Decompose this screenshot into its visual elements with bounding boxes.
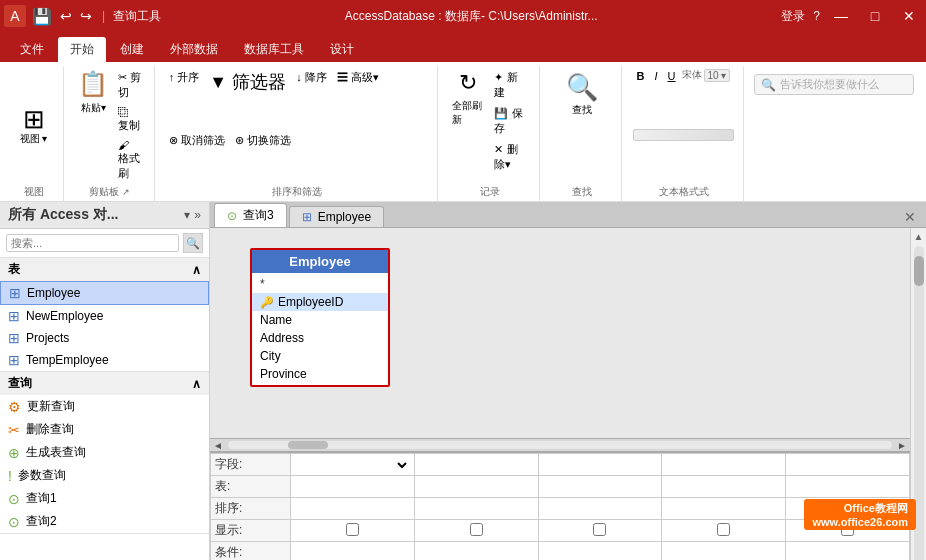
grid-cell-table-1[interactable] xyxy=(291,476,415,498)
close-btn[interactable]: ✕ xyxy=(896,6,922,26)
field-name[interactable]: Name xyxy=(252,311,388,329)
btn-format[interactable]: 🖌 格式刷 xyxy=(114,137,146,183)
nav-search-input[interactable] xyxy=(6,234,179,252)
tab-create[interactable]: 创建 xyxy=(108,37,156,62)
doc-tab-query3-label: 查询3 xyxy=(243,207,274,224)
undo-btn[interactable]: ↩ xyxy=(60,8,72,24)
doc-tab-query3[interactable]: ⊙ 查询3 xyxy=(214,203,287,227)
btn-advanced[interactable]: ☰ 高级▾ xyxy=(333,68,383,87)
grid-cell-field-1[interactable]: EmployeeID Name Address City xyxy=(291,454,415,476)
btn-view[interactable]: ⊞ 视图 ▾ xyxy=(14,102,54,150)
group-records-label: 记录 xyxy=(480,185,500,199)
nav-section-tables-header[interactable]: 表 ∧ xyxy=(0,258,209,281)
nav-item-query2[interactable]: ⊙ 查询2 xyxy=(0,510,209,533)
nav-item-delete-query[interactable]: ✂ 删除查询 xyxy=(0,418,209,441)
btn-desc[interactable]: ↓ 降序 xyxy=(292,68,331,87)
grid-cell-criteria-3[interactable] xyxy=(538,542,662,561)
grid-cell-field-3[interactable] xyxy=(538,454,662,476)
tab-external[interactable]: 外部数据 xyxy=(158,37,230,62)
grid-cell-criteria-2[interactable] xyxy=(414,542,538,561)
grid-cell-sort-1[interactable] xyxy=(291,498,415,520)
field-address[interactable]: Address xyxy=(252,329,388,347)
label-update-query: 更新查询 xyxy=(27,398,75,415)
btn-asc[interactable]: ↑ 升序 xyxy=(165,68,204,87)
grid-cell-criteria-4[interactable] xyxy=(662,542,786,561)
v-scroll-up[interactable]: ▲ xyxy=(911,228,927,244)
field-star[interactable]: * xyxy=(252,275,388,293)
btn-bold[interactable]: B xyxy=(633,68,649,84)
nav-section-queries-header[interactable]: 查询 ∧ xyxy=(0,372,209,395)
grid-cell-field-5[interactable] xyxy=(786,454,910,476)
nav-item-tempemployee[interactable]: ⊞ TempEmployee xyxy=(0,349,209,371)
nav-menu-btn[interactable]: ▾ xyxy=(184,208,190,222)
field-province[interactable]: Province xyxy=(252,365,388,383)
save-btn[interactable]: 💾 xyxy=(32,7,52,26)
h-scroll-thumb[interactable] xyxy=(288,441,328,449)
grid-cell-field-4[interactable] xyxy=(662,454,786,476)
redo-btn[interactable]: ↪ xyxy=(80,8,92,24)
grid-label-show: 显示: xyxy=(211,520,291,542)
field-city[interactable]: City xyxy=(252,347,388,365)
grid-cell-show-4[interactable] xyxy=(662,520,786,542)
nav-search-button[interactable]: 🔍 xyxy=(183,233,203,253)
btn-new[interactable]: ✦ 新建 xyxy=(490,68,531,102)
btn-delete[interactable]: ✕ 删除▾ xyxy=(490,140,531,174)
nav-item-newemployee[interactable]: ⊞ NewEmployee xyxy=(0,305,209,327)
btn-underline[interactable]: U xyxy=(664,68,680,84)
btn-save[interactable]: 💾 保存 xyxy=(490,104,531,138)
grid-cell-criteria-1[interactable] xyxy=(291,542,415,561)
grid-show-check-2[interactable] xyxy=(470,523,483,536)
tab-home[interactable]: 开始 xyxy=(58,37,106,62)
grid-cell-sort-4[interactable] xyxy=(662,498,786,520)
grid-cell-table-2[interactable] xyxy=(414,476,538,498)
grid-cell-sort-3[interactable] xyxy=(538,498,662,520)
grid-cell-field-2[interactable] xyxy=(414,454,538,476)
h-scroll-right[interactable]: ► xyxy=(894,438,910,452)
nav-item-projects[interactable]: ⊞ Projects xyxy=(0,327,209,349)
login-btn[interactable]: 登录 xyxy=(781,8,805,25)
grid-cell-table-5[interactable] xyxy=(786,476,910,498)
nav-item-employee[interactable]: ⊞ Employee xyxy=(0,281,209,305)
grid-cell-table-4[interactable] xyxy=(662,476,786,498)
grid-cell-show-1[interactable] xyxy=(291,520,415,542)
btn-cut[interactable]: ✂ 剪切 xyxy=(114,68,146,102)
nav-item-make-query[interactable]: ⊕ 生成表查询 xyxy=(0,441,209,464)
field-employeeid[interactable]: 🔑 EmployeeID xyxy=(252,293,388,311)
grid-cell-table-3[interactable] xyxy=(538,476,662,498)
nav-item-update-query[interactable]: ⚙ 更新查询 xyxy=(0,395,209,418)
nav-item-param-query[interactable]: ! 参数查询 xyxy=(0,464,209,487)
btn-toggle-filter[interactable]: ⊛ 切换筛选 xyxy=(231,131,295,150)
doc-tab-employee[interactable]: ⊞ Employee xyxy=(289,206,384,227)
grid-cell-criteria-5[interactable] xyxy=(786,542,910,561)
grid-cell-sort-2[interactable] xyxy=(414,498,538,520)
v-scroll-thumb[interactable] xyxy=(914,256,924,286)
maximize-btn[interactable]: □ xyxy=(862,6,888,26)
grid-show-check-3[interactable] xyxy=(593,523,606,536)
btn-paste[interactable]: 📋粘贴▾ xyxy=(74,68,112,117)
tab-dbtools[interactable]: 数据库工具 xyxy=(232,37,316,62)
grid-cell-show-3[interactable] xyxy=(538,520,662,542)
ribbon-search-box[interactable]: 🔍 告诉我你想要做什么 xyxy=(754,74,914,95)
table-icon-projects: ⊞ xyxy=(8,330,20,346)
tab-file[interactable]: 文件 xyxy=(8,37,56,62)
btn-cancel-filter[interactable]: ⊗ 取消筛选 xyxy=(165,131,229,150)
btn-filter[interactable]: ▼ 筛选器 xyxy=(205,68,290,96)
nav-item-query1[interactable]: ⊙ 查询1 xyxy=(0,487,209,510)
grid-show-check-4[interactable] xyxy=(717,523,730,536)
minimize-btn[interactable]: — xyxy=(828,6,854,26)
btn-find[interactable]: 🔍 查找 xyxy=(560,68,604,121)
icon-make-query: ⊕ xyxy=(8,445,20,461)
nav-toggle-btn[interactable]: » xyxy=(194,208,201,222)
btn-refresh[interactable]: ↻全部刷新 xyxy=(448,68,488,129)
field-province-label: Province xyxy=(260,367,307,381)
h-scroll-left[interactable]: ◄ xyxy=(210,438,226,452)
grid-select-field-1[interactable]: EmployeeID Name Address City xyxy=(295,457,410,473)
grid-cell-show-2[interactable] xyxy=(414,520,538,542)
btn-italic[interactable]: I xyxy=(651,68,662,84)
close-tab-btn[interactable]: ✕ xyxy=(898,209,922,225)
tab-design[interactable]: 设计 xyxy=(318,37,366,62)
btn-copy[interactable]: ⿻ 复制 xyxy=(114,104,146,135)
grid-show-check-1[interactable] xyxy=(346,523,359,536)
help-btn[interactable]: ? xyxy=(813,9,820,23)
group-view: ⊞ 视图 ▾ 视图 xyxy=(4,66,64,201)
